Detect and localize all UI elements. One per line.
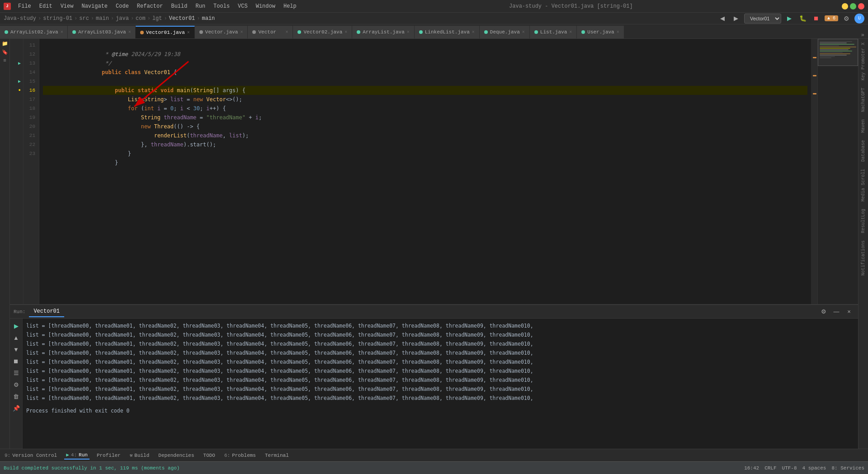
- gutter-cell-15[interactable]: ▶: [11, 77, 22, 86]
- tab-close-linkedlist[interactable]: ×: [472, 30, 475, 35]
- tool-run[interactable]: ▶ 4: Run: [64, 451, 90, 460]
- menu-edit[interactable]: Edit: [36, 2, 56, 10]
- menu-build[interactable]: Build: [167, 2, 191, 10]
- editor-main: ▶ ▶ ● 11 12: [10, 39, 858, 449]
- side-label-media[interactable]: Media Scroll: [861, 167, 866, 203]
- tab-close-vector[interactable]: ×: [285, 30, 288, 35]
- menu-file[interactable]: File: [14, 2, 35, 10]
- close-button[interactable]: [858, 3, 864, 9]
- project-icon[interactable]: 📁: [2, 41, 8, 47]
- side-label-result[interactable]: ResultLog: [861, 207, 866, 235]
- tool-build[interactable]: ⚒ Build: [128, 451, 151, 459]
- run-scroll-up-button[interactable]: ▲: [12, 333, 21, 342]
- menu-help[interactable]: Help: [280, 2, 300, 10]
- stop-button[interactable]: ⏹: [811, 13, 822, 24]
- gutter-cell-13[interactable]: ▶: [11, 59, 22, 68]
- breadcrumb-lgt[interactable]: lgt: [152, 15, 162, 22]
- tab-vector[interactable]: Vector ×: [248, 26, 293, 38]
- side-label-nachat[interactable]: NachatGPT: [861, 86, 866, 114]
- run-restart-button[interactable]: ▶: [12, 321, 21, 330]
- run-panel-settings[interactable]: ⚙: [818, 306, 829, 317]
- status-line-col[interactable]: 16:42: [744, 465, 759, 471]
- warning-badge[interactable]: ▲ 6: [825, 15, 838, 21]
- breadcrumb-project[interactable]: Java-study: [4, 15, 36, 22]
- tab-vector01[interactable]: Vector01.java ×: [136, 26, 195, 38]
- tab-deque[interactable]: Deque.java ×: [480, 26, 530, 38]
- forward-button[interactable]: ▶: [731, 13, 741, 24]
- bookmark-icon[interactable]: 🔖: [2, 49, 8, 55]
- tab-close-user[interactable]: ×: [617, 30, 619, 35]
- gutter-cell-17: [11, 95, 22, 104]
- tool-dependencies[interactable]: Dependencies: [156, 452, 196, 459]
- side-label-database[interactable]: Database: [861, 138, 866, 164]
- side-label-key-promoter[interactable]: Key Promoter X: [861, 41, 866, 82]
- status-indent[interactable]: 4 spaces: [802, 465, 826, 471]
- tab-vector-java[interactable]: Vector.java ×: [195, 26, 248, 38]
- breadcrumb-main[interactable]: main: [96, 15, 109, 22]
- run-panel-close[interactable]: ×: [844, 306, 854, 317]
- tab-close-vector02[interactable]: ×: [344, 30, 347, 35]
- tool-profiler[interactable]: Profiler: [95, 452, 123, 459]
- status-line-ending[interactable]: CRLF: [764, 465, 776, 471]
- minimap-viewport: [818, 39, 858, 66]
- tab-arraylist03[interactable]: ArrayList03.java ×: [68, 26, 136, 38]
- menu-refactor[interactable]: Refactor: [133, 2, 167, 10]
- run-panel-minimize[interactable]: —: [831, 306, 842, 317]
- tab-arraylist[interactable]: ArrayList.java ×: [352, 26, 414, 38]
- structure-icon[interactable]: ≡: [3, 58, 6, 63]
- tab-close-arraylist03[interactable]: ×: [128, 30, 131, 35]
- menu-vcs[interactable]: VCS: [234, 2, 251, 10]
- menu-code[interactable]: Code: [112, 2, 132, 10]
- side-label-notif[interactable]: Notifications: [861, 239, 866, 277]
- breadcrumb-module[interactable]: string-01: [43, 15, 72, 22]
- tab-user[interactable]: User.java ×: [577, 26, 624, 38]
- tab-close-vector01[interactable]: ×: [187, 30, 190, 35]
- menu-view[interactable]: View: [57, 2, 77, 10]
- left-sidebar: 📁 🔖 ≡: [0, 39, 10, 449]
- settings-button[interactable]: ⚙: [841, 13, 852, 24]
- maximize-button[interactable]: [850, 3, 856, 9]
- side-label-maven[interactable]: Maven: [861, 117, 866, 135]
- status-encoding[interactable]: UTF-8: [782, 465, 797, 471]
- minimize-button[interactable]: [842, 3, 848, 9]
- run-pin-button[interactable]: 📌: [12, 404, 21, 413]
- menu-run[interactable]: Run: [192, 2, 209, 10]
- run-button[interactable]: ▶: [784, 13, 795, 24]
- tool-version-control[interactable]: 9: Version Control: [3, 452, 59, 459]
- run-filter-button[interactable]: ⚙: [12, 380, 21, 389]
- run-tab-vector01[interactable]: Vector01: [29, 306, 64, 317]
- tab-vector02[interactable]: Vector02.java ×: [293, 26, 352, 38]
- breadcrumb-com[interactable]: com: [136, 15, 146, 22]
- run-scroll-down-button[interactable]: ▼: [12, 345, 21, 354]
- menu-window[interactable]: Window: [252, 2, 279, 10]
- run-config-dropdown[interactable]: Vector01: [744, 14, 781, 23]
- run-settings-button[interactable]: ☰: [12, 368, 21, 377]
- tab-close-arraylist02[interactable]: ×: [61, 30, 63, 35]
- tool-todo[interactable]: TODO: [202, 452, 217, 459]
- tab-linkedlist[interactable]: LinkedList.java ×: [415, 26, 480, 38]
- user-avatar[interactable]: U: [854, 14, 864, 23]
- breadcrumb-java[interactable]: java: [116, 15, 129, 22]
- run-trash-button[interactable]: 🗑: [12, 392, 21, 401]
- menu-navigate[interactable]: Navigate: [78, 2, 111, 10]
- tab-list[interactable]: List.java ×: [530, 26, 577, 38]
- process-finished: Process finished with exit code 0: [26, 406, 854, 415]
- menu-tools[interactable]: Tools: [210, 2, 233, 10]
- tabs-overflow[interactable]: »: [858, 32, 868, 38]
- tool-terminal[interactable]: Terminal: [263, 452, 291, 459]
- tab-close-deque[interactable]: ×: [522, 30, 525, 35]
- debug-button[interactable]: 🐛: [797, 13, 808, 24]
- tab-close-vector-java[interactable]: ×: [240, 30, 243, 35]
- back-button[interactable]: ◀: [717, 13, 728, 24]
- tab-icon-vector-java: [199, 30, 203, 34]
- breadcrumb-file[interactable]: Vector01: [169, 15, 195, 22]
- breadcrumb-src[interactable]: src: [79, 15, 89, 22]
- breadcrumb-method[interactable]: main: [202, 15, 215, 22]
- run-stop-button[interactable]: ⏹: [12, 357, 21, 366]
- tab-arraylist02[interactable]: ArrayList02.java ×: [0, 26, 68, 38]
- tab-close-list[interactable]: ×: [569, 30, 572, 35]
- tab-close-arraylist[interactable]: ×: [407, 30, 410, 35]
- tool-problems[interactable]: 6: Problems: [222, 452, 258, 459]
- code-body[interactable]: * @time 2024/5/29 19:38 */ public class …: [39, 39, 811, 304]
- status-services[interactable]: 8: Services: [831, 465, 864, 471]
